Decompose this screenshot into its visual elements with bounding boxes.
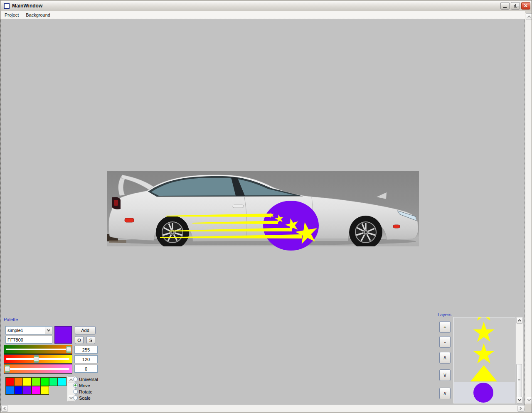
palette-swatch[interactable]: [58, 377, 66, 386]
radio-icon[interactable]: [73, 389, 78, 394]
radio-label: Move: [79, 383, 90, 388]
swatch-row: [5, 377, 66, 386]
close-button[interactable]: ✕: [521, 2, 530, 10]
app-icon: [4, 3, 10, 9]
palette-swatch[interactable]: [5, 377, 14, 386]
mode-radio-move[interactable]: Move: [73, 383, 90, 388]
layers-list[interactable]: [453, 317, 515, 403]
mode-radio-scale[interactable]: Scale: [73, 395, 91, 401]
palette-swatch[interactable]: [40, 377, 49, 386]
menu-background[interactable]: Background: [22, 12, 54, 18]
layers-scrollbar[interactable]: [516, 317, 523, 403]
palette-swatch[interactable]: [40, 386, 49, 395]
decal-overlay[interactable]: [107, 171, 419, 270]
restore-icon: [514, 5, 517, 7]
menu-project[interactable]: Project: [1, 12, 22, 18]
solid-button[interactable]: S: [86, 336, 95, 344]
minimize-icon: [503, 7, 507, 8]
radio-icon[interactable]: [73, 377, 78, 381]
hex-color-input[interactable]: [5, 336, 52, 344]
swatch-row: [5, 386, 49, 395]
scroll-left-button[interactable]: [1, 405, 8, 412]
palette-swatch[interactable]: [23, 386, 32, 395]
title-bar[interactable]: MainWindow ✕: [1, 1, 531, 11]
add-button[interactable]: Add: [75, 326, 96, 334]
palette-swatch[interactable]: [49, 377, 58, 386]
minimize-button[interactable]: [500, 2, 510, 10]
slider-handle[interactable]: [5, 365, 10, 373]
scroll-up-button[interactable]: [516, 317, 523, 324]
layer-buttons: +-/\\///: [439, 321, 451, 405]
move-layer-up-button[interactable]: /\: [439, 352, 451, 364]
mode-radio-universal[interactable]: Universal: [73, 376, 98, 382]
scroll-down-button[interactable]: [516, 397, 523, 403]
vertical-scrollbar[interactable]: [525, 13, 532, 404]
palette-preset-dropdown[interactable]: simple1: [5, 326, 52, 334]
layer-row-circle[interactable]: [454, 382, 515, 403]
add-layer-button[interactable]: +: [439, 321, 451, 333]
remove-layer-button[interactable]: -: [439, 336, 451, 348]
palette-swatch[interactable]: [14, 377, 23, 386]
design-canvas[interactable]: Palette simple1 Add O S: [1, 19, 525, 405]
radio-icon[interactable]: [73, 383, 78, 388]
radio-label: Universal: [79, 377, 98, 382]
blue-channel-slider[interactable]: [4, 364, 72, 374]
dropdown-arrow-icon[interactable]: [45, 327, 52, 334]
red-value-input[interactable]: [74, 346, 98, 354]
palette-swatch[interactable]: [32, 386, 40, 395]
move-layer-down-button[interactable]: \/: [439, 369, 451, 381]
palette-swatch[interactable]: [32, 377, 40, 386]
layer-row-top-partial[interactable]: [454, 317, 515, 321]
green-channel-slider[interactable]: [4, 354, 72, 364]
green-value-input[interactable]: [74, 355, 98, 363]
mode-radio-group: UniversalMoveRotateScale: [73, 376, 102, 405]
slider-handle[interactable]: [34, 355, 39, 363]
window-title: MainWindow: [12, 3, 42, 9]
close-icon: ✕: [524, 3, 528, 8]
blue-value-input[interactable]: [74, 365, 98, 373]
palette-label: Palette: [4, 317, 18, 322]
outline-button[interactable]: O: [75, 336, 84, 344]
radio-label: Scale: [79, 396, 91, 401]
scroll-up-button[interactable]: [526, 13, 532, 20]
scroll-right-button[interactable]: [517, 405, 524, 412]
scrollbar-thumb[interactable]: [516, 364, 522, 397]
palette-swatch[interactable]: [23, 377, 32, 386]
red-channel-slider[interactable]: [4, 345, 72, 354]
palette-preset-value: simple1: [6, 328, 45, 333]
current-color-swatch: [54, 326, 72, 344]
palette-swatch[interactable]: [5, 386, 14, 395]
layer-row-star[interactable]: [454, 343, 515, 364]
horizontal-scrollbar[interactable]: [1, 405, 525, 412]
layer-row-star[interactable]: [454, 321, 515, 343]
scroll-down-button[interactable]: [526, 397, 532, 403]
slider-handle[interactable]: [66, 346, 71, 353]
menu-bar: ProjectBackground: [1, 11, 525, 19]
main-window: MainWindow ✕ ProjectBackground: [0, 0, 532, 413]
layers-label: Layers: [438, 312, 451, 317]
mode-radio-rotate[interactable]: Rotate: [73, 389, 92, 394]
restore-button[interactable]: [511, 2, 520, 10]
duplicate-layer-button[interactable]: //: [439, 388, 451, 399]
layer-row-triangle[interactable]: [454, 364, 515, 382]
palette-swatch[interactable]: [14, 386, 23, 395]
scroll-area: Palette simple1 Add O S: [0, 19, 525, 412]
radio-label: Rotate: [79, 389, 92, 394]
radio-icon[interactable]: [73, 396, 78, 400]
